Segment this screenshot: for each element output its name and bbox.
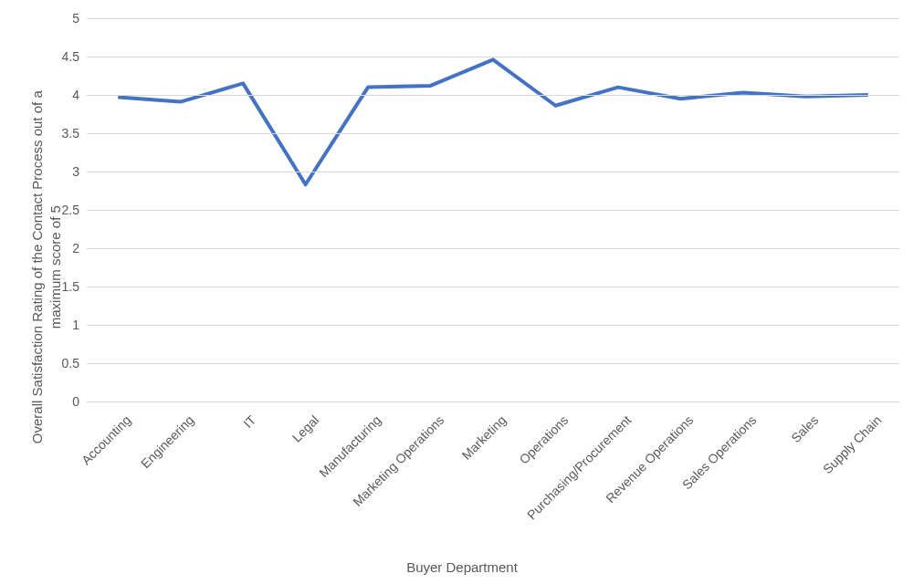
y-tick-label: 1.5	[62, 279, 87, 294]
series-line	[118, 59, 868, 184]
gridline	[87, 95, 899, 96]
y-tick-label: 3.5	[62, 126, 87, 141]
gridline	[87, 172, 899, 172]
gridline	[87, 18, 899, 19]
y-tick-label: 5	[72, 11, 87, 26]
x-tick-label: Revenue Operations	[557, 412, 697, 552]
x-tick-label: Supply Chain	[744, 412, 884, 552]
gridline	[87, 325, 899, 326]
x-tick-label: Manufacturing	[245, 412, 384, 552]
x-tick-label: Engineering	[57, 412, 196, 552]
gridline	[87, 402, 899, 402]
x-axis-title: Buyer Department	[406, 559, 518, 575]
gridline	[87, 133, 899, 134]
y-tick-label: 0	[72, 394, 87, 409]
y-tick-label: 4	[72, 88, 87, 102]
y-tick-label: 2.5	[62, 203, 87, 217]
x-tick-label: Legal	[182, 412, 321, 552]
y-tick-label: 2	[72, 241, 87, 256]
y-tick-label: 1	[72, 318, 87, 332]
gridline	[87, 363, 899, 364]
plot-area: 00.511.522.533.544.55AccountingEngineeri…	[87, 18, 899, 402]
gridline	[87, 287, 899, 287]
x-tick-label: Sales	[682, 412, 822, 552]
y-tick-label: 4.5	[62, 49, 87, 64]
chart-container: Overall Satisfaction Rating of the Conta…	[0, 0, 924, 584]
gridline	[87, 57, 899, 57]
x-tick-label: Marketing	[370, 412, 509, 552]
x-tick-label: Purchasing/Procurement	[495, 412, 635, 552]
x-tick-label: Marketing Operations	[307, 412, 446, 552]
x-tick-label: IT	[120, 412, 259, 552]
y-tick-label: 3	[72, 164, 87, 179]
gridline	[87, 248, 899, 249]
y-tick-label: 0.5	[62, 356, 87, 370]
x-tick-label: Operations	[432, 412, 572, 552]
gridline	[87, 210, 899, 211]
x-tick-label: Sales Operations	[619, 412, 759, 552]
y-axis-title: Overall Satisfaction Rating of the Conta…	[28, 76, 64, 459]
